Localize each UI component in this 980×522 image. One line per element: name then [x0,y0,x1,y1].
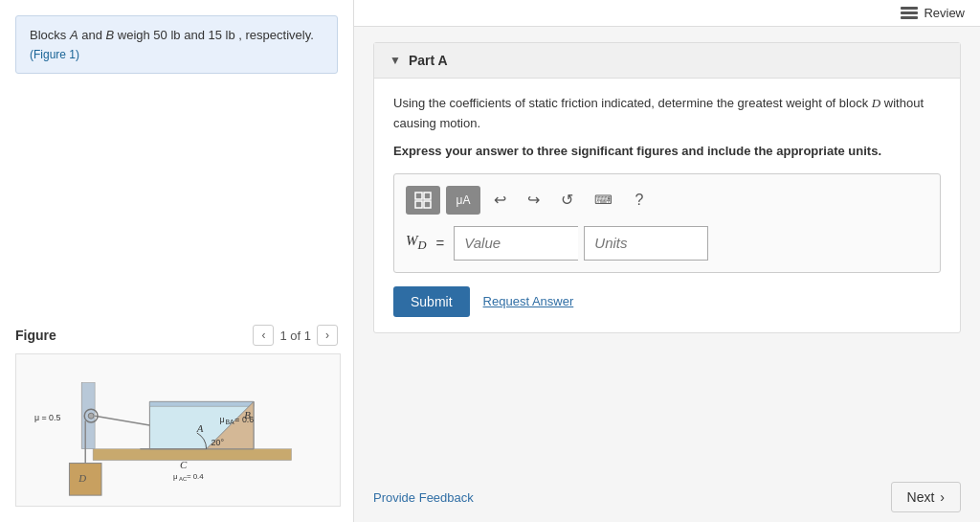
figure-section: Figure ‹ 1 of 1 › [15,315,338,507]
problem-statement: Blocks A and B weigh 50 lb and 15 lb , r… [15,15,338,74]
figure-header: Figure ‹ 1 of 1 › [15,325,338,346]
left-panel: Blocks A and B weigh 50 lb and 15 lb , r… [0,0,354,522]
svg-point-16 [88,413,94,419]
value-input[interactable] [454,226,578,261]
figure-image: A B 20° μ BA = 0.6 μ = 0.5 [15,353,341,507]
action-row: Submit Request Answer [393,286,941,317]
next-arrow-icon: › [940,489,945,505]
w-label: WD [406,233,427,253]
block-d-ref: D [872,96,880,110]
svg-text:= 0.6: = 0.6 [234,415,254,424]
review-icon [901,7,918,19]
figure-count: 1 of 1 [279,329,311,343]
svg-marker-5 [149,401,254,406]
problem-text: Blocks A and B weigh 50 lb and 15 lb , r… [30,28,314,42]
grid-icon [414,192,432,209]
units-input[interactable] [584,226,708,261]
part-body: Using the coefficients of static frictio… [374,79,960,332]
next-label: Next [907,489,935,505]
figure-nav: ‹ 1 of 1 › [253,325,338,346]
redo-button[interactable]: ↪ [520,186,547,215]
request-answer-button[interactable]: Request Answer [483,294,574,308]
svg-text:BA: BA [225,419,234,425]
keyboard-button[interactable]: ⌨ [587,186,620,215]
figure-link[interactable]: (Figure 1) [30,48,79,61]
figure-next-button[interactable]: › [317,325,338,346]
figure-label: Figure [15,328,56,343]
answer-box: μΑ ↩ ↪ ↺ ⌨ ? WD = [393,173,941,273]
svg-text:A: A [196,422,204,434]
equals-sign: = [436,235,445,251]
bottom-bar: Provide Feedback Next › [354,472,980,522]
svg-rect-25 [424,193,431,199]
undo-button[interactable]: ↩ [486,186,514,215]
svg-text:20°: 20° [212,438,225,447]
grid-button[interactable] [406,186,440,215]
part-title: Part A [409,53,448,68]
svg-text:μ: μ [173,472,178,481]
svg-rect-24 [415,193,422,199]
svg-line-14 [95,416,149,425]
part-collapse-arrow: ▼ [390,54,401,67]
top-bar: Review [354,0,980,27]
svg-text:= 0.4: = 0.4 [187,472,204,481]
express-instruction: Express your answer to three significant… [393,144,941,158]
refresh-button[interactable]: ↺ [553,186,581,215]
svg-text:μ = 0.5: μ = 0.5 [34,413,61,422]
svg-text:μ: μ [219,415,224,424]
svg-text:D: D [78,472,86,484]
svg-rect-26 [415,201,422,208]
review-label: Review [924,6,965,20]
help-button[interactable]: ? [626,186,653,215]
part-header[interactable]: ▼ Part A [374,43,960,79]
part-section: ▼ Part A Using the coefficients of stati… [373,42,961,333]
svg-rect-0 [93,449,291,461]
svg-rect-27 [424,201,431,208]
content-area: ▼ Part A Using the coefficients of stati… [354,27,980,472]
answer-toolbar: μΑ ↩ ↪ ↺ ⌨ ? [406,186,928,215]
right-panel: Review ▼ Part A Using the coefficients o… [354,0,980,522]
mu-button[interactable]: μΑ [446,186,480,215]
figure-prev-button[interactable]: ‹ [253,325,274,346]
figure-svg: A B 20° μ BA = 0.6 μ = 0.5 [16,354,340,506]
feedback-button[interactable]: Provide Feedback [373,490,474,505]
submit-button[interactable]: Submit [393,286,470,317]
next-button[interactable]: Next › [891,482,961,512]
question-text: Using the coefficients of static frictio… [393,94,941,134]
input-row: WD = [406,226,928,261]
svg-text:C: C [180,459,188,470]
review-button[interactable]: Review [901,6,965,20]
